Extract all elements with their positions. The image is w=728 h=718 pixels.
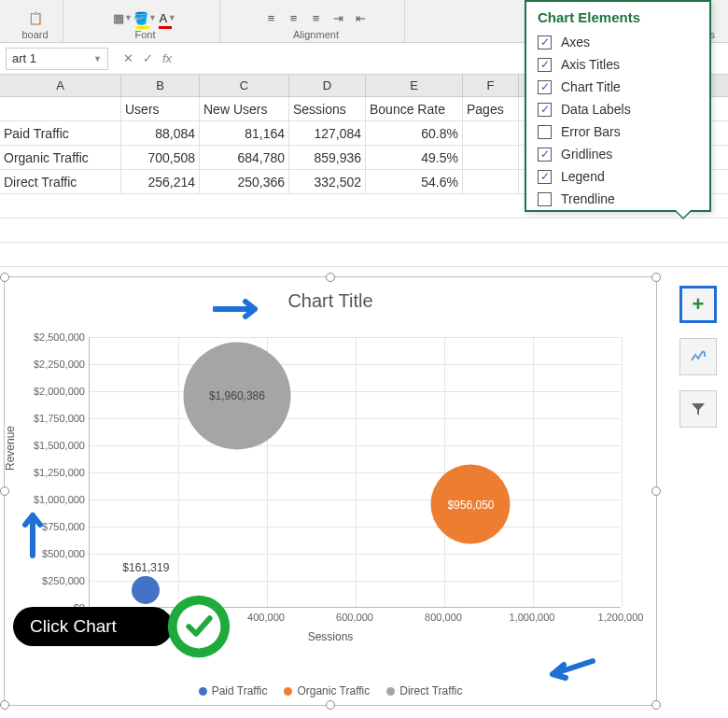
- cell[interactable]: New Users: [200, 97, 289, 120]
- align-center-icon[interactable]: ≡: [285, 8, 303, 27]
- legend-label: Paid Traffic: [212, 684, 268, 697]
- resize-handle[interactable]: [0, 700, 9, 710]
- ribbon-group-alignment: ≡ ≡ ≡ ⇥ ⇤ Alignment: [228, 0, 405, 42]
- cell[interactable]: 127,084: [289, 121, 366, 145]
- cell[interactable]: 256,214: [121, 170, 200, 193]
- popup-item-trendline[interactable]: Trendline: [526, 188, 709, 210]
- cell[interactable]: Pages: [463, 97, 519, 120]
- x-tick: 1,200,000: [598, 612, 644, 623]
- cell[interactable]: 859,936: [289, 146, 366, 169]
- clipboard-icon[interactable]: 📋: [26, 8, 45, 27]
- chart-title[interactable]: Chart Title: [5, 277, 656, 317]
- cell[interactable]: 54.6%: [366, 170, 463, 193]
- y-tick: $1,500,000: [23, 440, 85, 451]
- plot-area[interactable]: $161,319$956,050$1,960,386: [89, 337, 621, 608]
- outdent-icon[interactable]: ⇤: [352, 8, 371, 27]
- name-box[interactable]: art 1 ▼: [6, 48, 108, 70]
- checkbox-icon[interactable]: ✓: [538, 58, 552, 72]
- cell[interactable]: 700,508: [121, 146, 200, 169]
- x-tick: 800,000: [425, 612, 462, 623]
- cell[interactable]: Direct Traffic: [0, 170, 121, 193]
- popup-item-label: Axis Titles: [561, 57, 620, 72]
- cell[interactable]: [0, 97, 121, 120]
- legend-dot-icon: [199, 687, 207, 696]
- col-header[interactable]: B: [121, 75, 200, 96]
- cell[interactable]: Bounce Rate: [366, 97, 463, 120]
- popup-item-data-labels[interactable]: ✓Data Labels: [526, 98, 709, 120]
- border-icon[interactable]: ▦▼: [114, 8, 133, 27]
- y-tick: $2,250,000: [23, 359, 85, 370]
- cell[interactable]: 684,780: [200, 146, 289, 169]
- checkbox-icon[interactable]: [538, 192, 552, 206]
- legend-item[interactable]: Organic Traffic: [284, 684, 370, 697]
- checkbox-icon[interactable]: [538, 125, 552, 139]
- cell[interactable]: Paid Traffic: [0, 121, 121, 145]
- popup-item-label: Trendline: [561, 191, 615, 206]
- indent-icon[interactable]: ⇥: [329, 8, 348, 27]
- resize-handle[interactable]: [651, 486, 661, 496]
- popup-item-gridlines[interactable]: ✓Gridlines: [526, 143, 709, 165]
- y-tick: $250,000: [23, 575, 85, 586]
- legend-item[interactable]: Paid Traffic: [199, 684, 268, 697]
- enter-icon[interactable]: ✓: [143, 51, 153, 65]
- popup-item-chart-title[interactable]: ✓Chart Title: [526, 76, 709, 98]
- cell[interactable]: 88,084: [121, 121, 200, 145]
- cell[interactable]: Users: [121, 97, 200, 120]
- ribbon-group-clipboard: 📋 board: [7, 0, 63, 42]
- cell[interactable]: [463, 170, 519, 193]
- chart-legend[interactable]: Paid TrafficOrganic TrafficDirect Traffi…: [5, 684, 656, 697]
- fill-color-icon[interactable]: 🪣▼: [136, 8, 155, 27]
- popup-item-label: Error Bars: [561, 124, 621, 139]
- checkbox-icon[interactable]: ✓: [538, 170, 552, 184]
- bubble-direct-traffic[interactable]: $1,960,386: [183, 342, 290, 449]
- cell[interactable]: Organic Traffic: [0, 146, 121, 169]
- cell[interactable]: 60.8%: [366, 121, 463, 145]
- cell[interactable]: 250,366: [200, 170, 289, 193]
- align-right-icon[interactable]: ≡: [307, 8, 326, 27]
- cell[interactable]: 81,164: [200, 121, 289, 145]
- checkmark-badge-icon: [162, 590, 235, 663]
- chart-filters-button[interactable]: [679, 390, 717, 428]
- cancel-icon[interactable]: ✕: [123, 51, 133, 65]
- ribbon-group-font: ▦▼ 🪣▼ A▼ Font: [71, 0, 220, 42]
- popup-item-legend[interactable]: ✓Legend: [526, 165, 709, 188]
- popup-item-axes[interactable]: ✓Axes: [526, 31, 709, 53]
- resize-handle[interactable]: [651, 273, 661, 282]
- legend-item[interactable]: Direct Traffic: [386, 684, 462, 697]
- dropdown-icon[interactable]: ▼: [93, 54, 102, 63]
- col-header[interactable]: C: [200, 75, 289, 96]
- y-axis-title[interactable]: Revenue: [4, 426, 17, 471]
- popup-item-error-bars[interactable]: Error Bars: [526, 120, 709, 143]
- chart-elements-button[interactable]: +: [679, 286, 717, 323]
- col-header[interactable]: A: [0, 75, 121, 96]
- col-header[interactable]: F: [463, 75, 519, 96]
- callout-label: Click Chart: [13, 607, 173, 646]
- checkbox-icon[interactable]: ✓: [538, 80, 552, 94]
- popup-item-axis-titles[interactable]: ✓Axis Titles: [526, 53, 709, 76]
- cell[interactable]: [463, 121, 519, 145]
- font-color-icon[interactable]: A▼: [159, 8, 177, 27]
- chart-styles-button[interactable]: [679, 338, 717, 375]
- checkbox-icon[interactable]: ✓: [538, 35, 552, 49]
- popup-pointer: [674, 210, 693, 219]
- bubble-organic-traffic[interactable]: $956,050: [431, 465, 511, 544]
- resize-handle[interactable]: [651, 700, 661, 710]
- cell[interactable]: 49.5%: [366, 146, 463, 169]
- checkbox-icon[interactable]: ✓: [538, 103, 552, 117]
- legend-label: Direct Traffic: [399, 684, 462, 697]
- resize-handle[interactable]: [0, 273, 9, 282]
- align-left-icon[interactable]: ≡: [262, 8, 281, 27]
- y-tick: $2,500,000: [23, 331, 85, 343]
- fx-icon[interactable]: fx: [162, 51, 172, 65]
- cell[interactable]: [463, 146, 519, 169]
- bubble-paid-traffic[interactable]: $161,319: [132, 576, 160, 604]
- col-header[interactable]: E: [366, 75, 463, 96]
- col-header[interactable]: D: [289, 75, 366, 96]
- resize-handle[interactable]: [326, 700, 335, 710]
- cell[interactable]: 332,502: [289, 170, 366, 193]
- y-tick: $2,000,000: [23, 386, 85, 397]
- checkbox-icon[interactable]: ✓: [538, 148, 552, 162]
- resize-handle[interactable]: [0, 486, 9, 496]
- resize-handle[interactable]: [326, 273, 335, 282]
- cell[interactable]: Sessions: [289, 97, 366, 120]
